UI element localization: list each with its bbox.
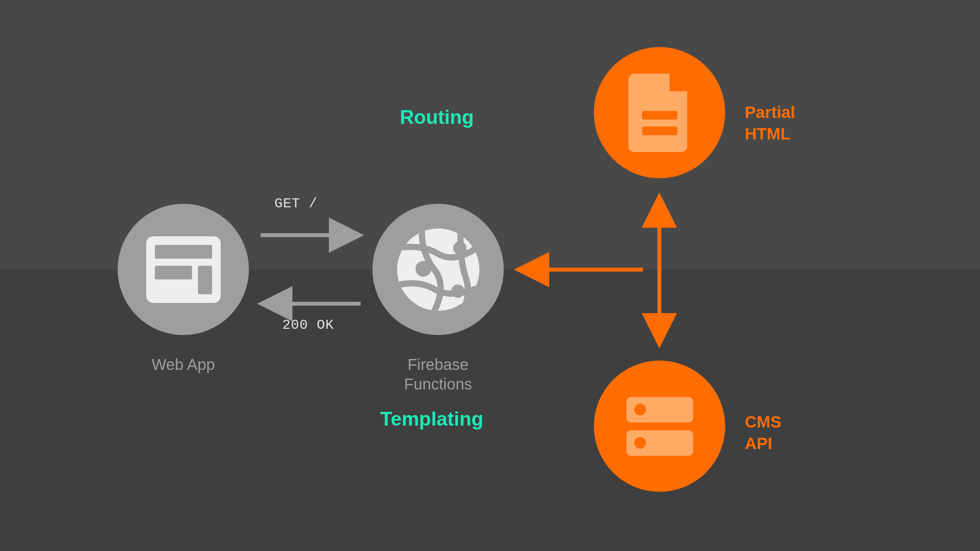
- firebase-node: [372, 204, 504, 335]
- firebase-label: Firebase Functions: [372, 355, 504, 394]
- network-globe-icon: [395, 227, 481, 313]
- server-icon: [622, 389, 697, 464]
- partial-html-node: [594, 47, 725, 178]
- routing-title: Routing: [400, 106, 474, 129]
- svg-rect-1: [155, 245, 212, 259]
- svg-rect-2: [155, 266, 192, 279]
- partial-html-label: Partial HTML: [745, 102, 795, 145]
- svg-point-14: [634, 437, 646, 449]
- svg-point-6: [416, 261, 431, 277]
- svg-rect-10: [642, 127, 677, 135]
- svg-point-7: [453, 241, 466, 255]
- response-label: 200 OK: [282, 317, 334, 333]
- file-document-icon: [628, 74, 691, 152]
- webapp-node: [118, 204, 249, 335]
- webapp-icon: [146, 236, 221, 303]
- cms-api-label: CMS API: [745, 411, 781, 454]
- svg-rect-9: [642, 111, 677, 120]
- svg-point-8: [451, 285, 465, 298]
- request-label: GET /: [274, 196, 318, 212]
- templating-title: Templating: [380, 408, 483, 430]
- webapp-label: Web App: [118, 355, 249, 374]
- svg-rect-3: [198, 266, 212, 294]
- cms-api-node: [594, 361, 725, 492]
- svg-point-12: [634, 404, 646, 415]
